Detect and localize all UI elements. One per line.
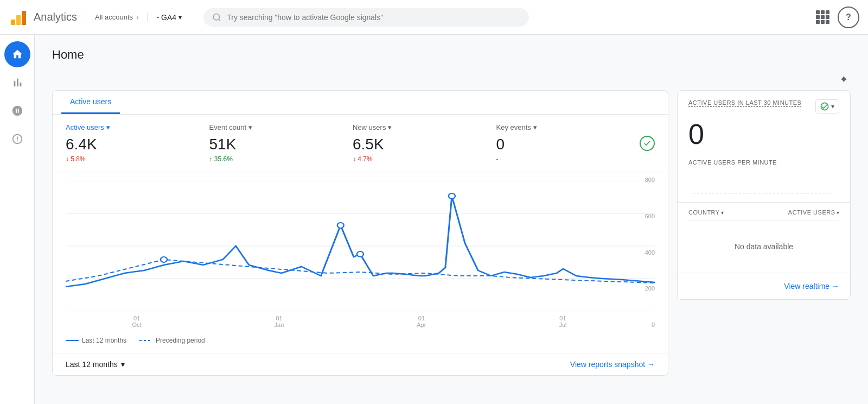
svg-point-3	[213, 14, 219, 20]
tab-active-users[interactable]: Active users	[61, 91, 120, 114]
chart-legend: Last 12 months Preceding period	[53, 332, 668, 353]
metric-new-users: New users ▾ 6.5K ↓ 4.7%	[353, 123, 496, 163]
svg-point-12	[357, 251, 363, 257]
metric-change-key-events: -	[496, 155, 631, 163]
svg-rect-2	[22, 11, 26, 25]
metric-change-new-users: ↓ 4.7%	[353, 155, 488, 163]
metric-label-new-users[interactable]: New users ▾	[353, 123, 488, 131]
svg-point-11	[337, 223, 344, 228]
sidebar-item-advertising[interactable]	[4, 126, 30, 152]
metric-value-new-users: 6.5K	[353, 136, 488, 153]
realtime-title: ACTIVE USERS IN LAST 30 MINUTES	[688, 99, 801, 107]
svg-point-13	[449, 193, 455, 199]
metric-change-active-users: ↓ 5.8%	[66, 155, 201, 163]
metric-dropdown-icon-3: ▾	[388, 123, 392, 131]
property-label: - GA4	[156, 13, 176, 22]
legend-label-preceding: Preceding period	[156, 337, 205, 344]
x-label-jul: 01Jul	[559, 315, 566, 328]
period-chevron-icon: ▾	[121, 360, 125, 369]
metric-event-count: Event count ▾ 51K ↑ 35.6%	[209, 123, 353, 163]
main-content: Home ✦ Active users Active users ▾ 6.4	[35, 35, 868, 404]
metric-key-events: Key events ▾ 0 -	[496, 123, 640, 163]
compare-check-icon[interactable]	[640, 136, 655, 151]
view-reports-link[interactable]: View reports snapshot →	[570, 360, 655, 369]
account-chevron-icon: ›	[136, 13, 138, 21]
realtime-no-data: No data available	[678, 220, 850, 273]
brand-name: Analytics	[34, 11, 77, 23]
chart-card: Active users Active users ▾ 6.4K ↓ 5.8% …	[52, 90, 668, 376]
metric-label-event-count[interactable]: Event count ▾	[209, 123, 344, 131]
chart-area: 800 600 400 200 0 01Oct 01Jan 01Apr	[53, 172, 668, 332]
metric-dropdown-icon-4: ▾	[533, 123, 537, 131]
country-col-dropdown-icon: ▾	[721, 210, 724, 216]
waffle-menu-button[interactable]	[812, 7, 833, 28]
waffle-icon	[816, 10, 829, 24]
chart-tabs: Active users	[53, 91, 668, 115]
realtime-per-minute-label: ACTIVE USERS PER MINUTE	[678, 155, 850, 170]
sidebar-item-reports[interactable]	[4, 70, 30, 96]
home-icon	[11, 48, 23, 60]
metric-active-users: Active users ▾ 6.4K ↓ 5.8%	[66, 123, 209, 163]
legend-label-last-12: Last 12 months	[82, 337, 126, 344]
active-users-col-dropdown-icon: ▾	[837, 210, 840, 216]
cards-row: Active users Active users ▾ 6.4K ↓ 5.8% …	[52, 90, 851, 376]
metric-dropdown-icon-2: ▾	[248, 123, 252, 131]
line-chart	[66, 181, 655, 311]
property-dropdown-icon: ▾	[178, 14, 182, 21]
svg-rect-0	[11, 20, 15, 25]
sidebar	[0, 35, 35, 404]
x-label-apr: 01Apr	[417, 315, 426, 328]
help-icon: ?	[846, 12, 851, 22]
view-realtime-link[interactable]: View realtime →	[784, 282, 839, 291]
top-navigation: Analytics All accounts › - GA4 ▾ ?	[0, 0, 868, 35]
chart-footer: Last 12 months ▾ View reports snapshot →	[53, 353, 668, 375]
check-circle-icon	[820, 102, 829, 111]
search-input[interactable]	[227, 13, 520, 22]
bar-chart-icon	[11, 77, 23, 89]
sidebar-item-explore[interactable]	[4, 98, 30, 124]
x-label-oct: 01Oct	[132, 315, 141, 328]
realtime-check-button[interactable]: ▾	[815, 99, 839, 113]
sparkle-icon: ✦	[839, 73, 848, 85]
realtime-dropdown-icon: ▾	[831, 103, 834, 110]
metrics-row: Active users ▾ 6.4K ↓ 5.8% Event count ▾…	[53, 115, 668, 172]
page-title: Home	[52, 48, 851, 62]
svg-point-10	[161, 257, 167, 262]
explore-icon	[11, 105, 23, 117]
metric-value-active-users: 6.4K	[66, 136, 201, 153]
x-label-jan: 01Jan	[275, 315, 284, 328]
brand: Analytics	[9, 8, 86, 27]
metric-dropdown-icon: ▾	[106, 123, 110, 131]
advertising-icon	[11, 133, 23, 145]
realtime-header: ACTIVE USERS IN LAST 30 MINUTES ▾	[678, 91, 850, 118]
metric-label-active-users[interactable]: Active users ▾	[66, 123, 201, 131]
help-button[interactable]: ?	[838, 7, 859, 28]
account-selector[interactable]: All accounts ›	[86, 13, 148, 21]
country-column-header[interactable]: COUNTRY ▾	[688, 209, 724, 216]
period-selector[interactable]: Last 12 months ▾	[66, 360, 125, 369]
legend-last-12-months: Last 12 months	[66, 337, 126, 344]
legend-line-solid	[66, 340, 79, 341]
legend-line-dashed	[139, 340, 152, 341]
realtime-footer: View realtime →	[678, 273, 850, 299]
realtime-table-header: COUNTRY ▾ ACTIVE USERS ▾	[678, 203, 850, 220]
sidebar-item-home[interactable]	[4, 41, 30, 67]
search-icon	[212, 12, 221, 22]
search-bar[interactable]	[203, 8, 529, 27]
metric-value-event-count: 51K	[209, 136, 344, 153]
metric-change-event-count: ↑ 35.6%	[209, 155, 344, 163]
active-users-column-header[interactable]: ACTIVE USERS ▾	[788, 209, 839, 216]
analytics-logo	[9, 8, 28, 27]
insights-button[interactable]: ✦	[839, 73, 848, 86]
account-label: All accounts	[95, 13, 133, 21]
nav-actions: ?	[812, 7, 859, 28]
realtime-per-minute-chart	[678, 170, 850, 203]
metric-label-key-events[interactable]: Key events ▾	[496, 123, 631, 131]
svg-line-4	[219, 19, 220, 21]
metric-value-key-events: 0	[496, 136, 631, 153]
period-label: Last 12 months	[66, 360, 118, 369]
realtime-count: 0	[678, 118, 850, 155]
legend-preceding-period: Preceding period	[139, 337, 205, 344]
property-selector[interactable]: - GA4 ▾	[148, 13, 190, 22]
realtime-card: ACTIVE USERS IN LAST 30 MINUTES ▾ 0 ACTI…	[677, 90, 851, 300]
